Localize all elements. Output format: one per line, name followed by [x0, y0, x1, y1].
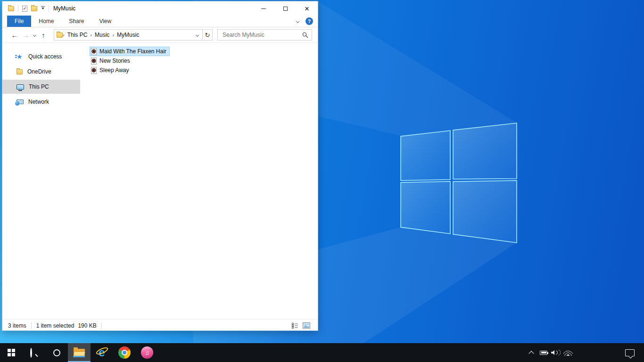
titlebar-separator [18, 5, 18, 12]
volume-button[interactable] [550, 350, 562, 355]
navigation-pane: ★ Quick access OneDrive This PC Network [2, 43, 80, 319]
thumbnail-view-button[interactable] [303, 322, 310, 329]
search-icon [30, 349, 38, 356]
back-button[interactable]: ← [9, 31, 20, 39]
quick-access-toolbar: ✓ [2, 5, 49, 12]
itunes-icon: ♫ [141, 346, 153, 359]
sidebar-item-label: This PC [29, 83, 49, 90]
item-count: 3 items [8, 322, 26, 329]
internet-explorer-button[interactable]: e [91, 343, 113, 362]
file-name: Sleep Away [99, 67, 129, 74]
chevron-down-icon [195, 33, 198, 36]
refresh-button[interactable]: ↻ [202, 29, 213, 41]
tab-view[interactable]: View [91, 16, 119, 27]
internet-explorer-icon: e [96, 346, 108, 359]
maximize-icon [283, 7, 288, 11]
address-dropdown-button[interactable] [192, 34, 202, 36]
close-icon: × [305, 5, 309, 13]
taskbar-file-explorer-button[interactable] [68, 343, 91, 362]
address-folder-icon [57, 33, 63, 38]
sidebar-item-quick-access[interactable]: ★ Quick access [2, 49, 80, 64]
screen: ✓ MyMusic × [0, 0, 644, 362]
main-content: ★ Quick access OneDrive This PC Network [2, 43, 318, 319]
breadcrumb-mymusic[interactable]: MyMusic [114, 32, 142, 38]
tab-share[interactable]: Share [61, 16, 91, 27]
minimize-button[interactable] [253, 1, 274, 16]
file-list: Maid With The Flaxen Hair New Stories Sl… [80, 43, 318, 319]
volume-icon [551, 350, 561, 355]
file-explorer-icon [73, 348, 85, 357]
chrome-button[interactable] [113, 343, 136, 362]
status-separator [31, 322, 32, 329]
search-icon [302, 32, 308, 38]
selection-count: 1 item selected [36, 322, 74, 329]
sidebar-item-network[interactable]: Network [2, 95, 80, 109]
sidebar-item-this-pc[interactable]: This PC [2, 80, 80, 94]
minimize-icon [261, 8, 266, 9]
breadcrumb-music[interactable]: Music [92, 32, 112, 38]
close-button[interactable]: × [296, 1, 318, 16]
network-icon [17, 99, 24, 104]
window-controls: × [253, 1, 318, 16]
itunes-button[interactable]: ♫ [136, 343, 158, 362]
start-button[interactable] [0, 343, 23, 362]
windows-logo [400, 122, 518, 244]
quick-access-star-icon: ★ [17, 53, 24, 60]
properties-icon[interactable]: ✓ [22, 6, 27, 12]
address-bar[interactable]: › This PC › Music › MyMusic [54, 29, 203, 41]
tab-home[interactable]: Home [31, 16, 61, 27]
sidebar-item-label: OneDrive [27, 68, 51, 75]
music-file-icon [91, 67, 97, 74]
details-view-button[interactable] [292, 323, 298, 329]
monitor-icon [17, 84, 24, 90]
window-title: MyMusic [53, 5, 75, 12]
file-row[interactable]: Maid With The Flaxen Hair [90, 47, 170, 56]
taskbar: e ♫ [0, 343, 644, 362]
expand-ribbon-icon[interactable] [296, 19, 299, 23]
sidebar-item-label: Network [28, 99, 49, 105]
music-file-icon [91, 58, 97, 65]
window-folder-icon [8, 6, 14, 11]
customize-arrow [41, 8, 44, 11]
action-center-button[interactable] [621, 343, 638, 362]
navigation-bar: ← → ↑ › This PC › Music › MyMusic ↻ [2, 27, 318, 43]
wifi-button[interactable] [562, 350, 574, 356]
forward-button[interactable]: → [20, 31, 32, 39]
breadcrumb-this-pc[interactable]: This PC [65, 32, 91, 38]
status-bar: 3 items 1 item selected 190 KB [2, 319, 318, 331]
search-box[interactable] [217, 29, 312, 41]
up-button[interactable]: ↑ [38, 31, 49, 39]
windows-start-icon [8, 349, 15, 356]
file-row[interactable]: New Stories [90, 56, 133, 66]
chrome-icon [118, 346, 131, 359]
hidden-icons-button[interactable] [525, 350, 537, 355]
customize-line [41, 6, 45, 7]
search-input[interactable] [222, 31, 302, 39]
system-tray [525, 343, 644, 362]
battery-button[interactable] [537, 351, 550, 355]
tab-file[interactable]: File [7, 16, 31, 27]
taskbar-search-button[interactable] [23, 343, 45, 362]
file-explorer-window: ✓ MyMusic × [2, 1, 318, 331]
help-icon[interactable]: ? [305, 17, 313, 25]
file-name: New Stories [99, 58, 130, 64]
sidebar-item-onedrive[interactable]: OneDrive [2, 65, 80, 79]
customize-quick-access-toolbar-icon[interactable] [41, 6, 45, 11]
sidebar-item-label: Quick access [28, 53, 62, 60]
folder-icon [17, 69, 23, 74]
recent-locations-icon[interactable] [33, 33, 36, 36]
chevron-up-icon [528, 351, 534, 356]
battery-icon [540, 351, 547, 355]
maximize-button[interactable] [274, 1, 296, 16]
cortana-icon [53, 349, 60, 356]
titlebar-separator [49, 5, 49, 12]
cortana-button[interactable] [45, 343, 68, 362]
new-folder-icon[interactable] [31, 6, 37, 11]
music-file-icon [91, 48, 97, 55]
file-row[interactable]: Sleep Away [90, 66, 132, 75]
status-separator [101, 322, 102, 329]
file-name: Maid With The Flaxen Hair [99, 48, 166, 55]
ribbon-tabs: File Home Share View ? [2, 16, 318, 27]
titlebar[interactable]: ✓ MyMusic × [2, 1, 318, 16]
action-center-icon [625, 349, 635, 356]
